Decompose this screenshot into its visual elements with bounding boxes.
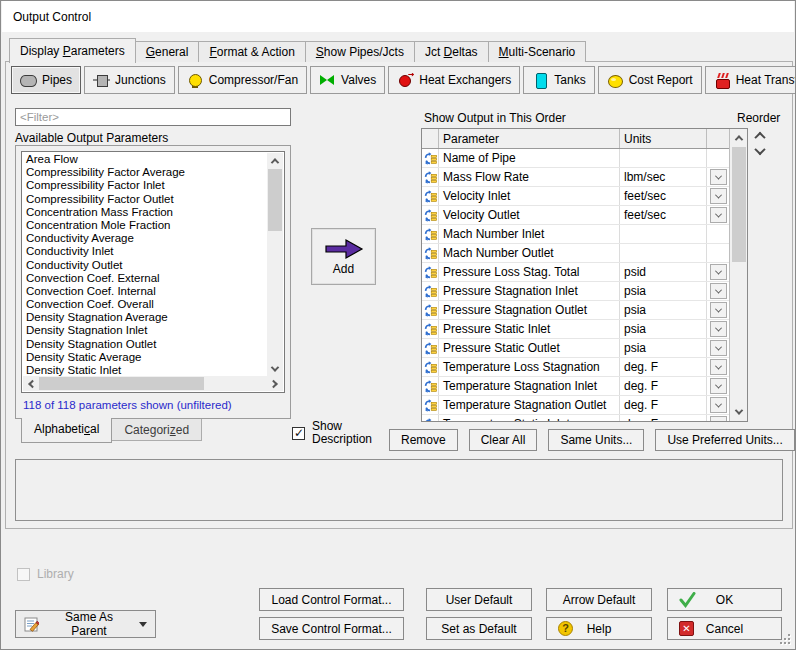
parameter-list-item[interactable]: Density Stagnation Outlet: [23, 338, 267, 351]
table-row[interactable]: Velocity Inlet feet/sec: [422, 187, 729, 206]
parameter-list-item[interactable]: Compressibility Factor Average: [23, 166, 267, 179]
scroll-right-button[interactable]: [267, 376, 283, 391]
tab-label-post: al: [90, 422, 99, 436]
heat-transfer-icon: [714, 73, 731, 88]
table-row[interactable]: Pressure Loss Stag. Total psid: [422, 263, 729, 282]
list-vertical-scrollbar[interactable]: [267, 153, 283, 376]
scroll-down-button[interactable]: [267, 361, 283, 376]
main-tab[interactable]: General: [135, 41, 200, 62]
scroll-up-button[interactable]: [731, 130, 747, 146]
units-dropdown-button[interactable]: [710, 340, 727, 356]
table-row[interactable]: Temperature Loss Stagnation deg. F: [422, 358, 729, 377]
cancel-label: Cancel: [706, 622, 743, 636]
units-dropdown-button[interactable]: [710, 416, 727, 422]
table-row[interactable]: Temperature Static Inlet deg. F: [422, 415, 729, 422]
parameter-list-item[interactable]: Conductivity Inlet: [23, 245, 267, 258]
parameter-list-item[interactable]: Concentration Mole Fraction: [23, 219, 267, 232]
reorder-down-button[interactable]: [754, 144, 765, 155]
scroll-up-button[interactable]: [267, 153, 283, 168]
table-row[interactable]: Pressure Stagnation Inlet psia: [422, 282, 729, 301]
toolbar-button[interactable]: Pipes: [11, 66, 81, 94]
toolbar-button[interactable]: Valves: [310, 66, 385, 94]
list-horizontal-scrollbar[interactable]: [23, 376, 283, 391]
scrollbar-thumb[interactable]: [39, 377, 204, 390]
parameter-list-item[interactable]: Concentration Mass Fraction: [23, 206, 267, 219]
toolbar-button[interactable]: Cost Report: [598, 66, 702, 94]
same-as-parent-button[interactable]: Same As Parent: [15, 610, 156, 638]
parameter-list-item[interactable]: Density Stagnation Inlet: [23, 324, 267, 337]
scroll-left-button[interactable]: [23, 376, 39, 391]
view-tab[interactable]: Alphabetical: [21, 418, 112, 443]
table-row[interactable]: Pressure Static Inlet psia: [422, 320, 729, 339]
units-dropdown-button[interactable]: [710, 169, 727, 185]
set-as-default-button[interactable]: Set as Default: [426, 617, 532, 640]
units-dropdown-button[interactable]: [710, 207, 727, 223]
column-header-units[interactable]: Units: [620, 129, 707, 148]
main-tab[interactable]: Format & Action: [198, 41, 305, 62]
user-default-button[interactable]: User Default: [426, 588, 532, 611]
table-vertical-scrollbar[interactable]: [729, 129, 747, 421]
units-dropdown-button[interactable]: [710, 321, 727, 337]
table-row[interactable]: Mass Flow Rate lbm/sec: [422, 168, 729, 187]
table-row[interactable]: Pressure Static Outlet psia: [422, 339, 729, 358]
filter-input[interactable]: [15, 108, 291, 126]
units-dropdown-button[interactable]: [710, 397, 727, 413]
order-action-button[interactable]: Remove: [389, 429, 458, 451]
help-button[interactable]: ? Help: [546, 617, 652, 640]
scrollbar-thumb[interactable]: [732, 147, 746, 262]
save-control-format-button[interactable]: Save Control Format...: [259, 617, 404, 640]
column-header-parameter[interactable]: Parameter: [439, 129, 620, 148]
view-tab[interactable]: Categorized: [111, 419, 202, 441]
toolbar-button-label: Tanks: [554, 73, 585, 87]
table-row[interactable]: Velocity Outlet feet/sec: [422, 206, 729, 225]
table-row[interactable]: Temperature Stagnation Inlet deg. F: [422, 377, 729, 396]
parameter-list-item[interactable]: Conductivity Average: [23, 232, 267, 245]
main-tab[interactable]: Show Pipes/Jcts: [305, 41, 415, 62]
toolbar-button-label: Valves: [341, 73, 376, 87]
main-tab[interactable]: Jct Deltas: [414, 41, 489, 62]
table-row[interactable]: Mach Number Inlet: [422, 225, 729, 244]
units-dropdown-button[interactable]: [710, 302, 727, 318]
load-control-format-button[interactable]: Load Control Format...: [259, 588, 404, 611]
ok-button[interactable]: OK: [667, 588, 782, 611]
main-tab[interactable]: Multi-Scenario: [488, 41, 587, 62]
parameter-list-item[interactable]: Conductivity Outlet: [23, 259, 267, 272]
table-row[interactable]: Name of Pipe: [422, 149, 729, 168]
reorder-up-button[interactable]: [754, 132, 765, 143]
toolbar-button[interactable]: Heat Exchangers: [388, 66, 520, 94]
order-action-button[interactable]: Use Preferred Units...: [655, 429, 794, 451]
table-row[interactable]: Mach Number Outlet: [422, 244, 729, 263]
cancel-button[interactable]: ✕ Cancel: [667, 617, 782, 640]
units-dropdown-button[interactable]: [710, 378, 727, 394]
toolbar-button[interactable]: Compressor/Fan: [178, 66, 307, 94]
parameter-list-item[interactable]: Convection Coef. External: [23, 272, 267, 285]
units-dropdown-button[interactable]: [710, 359, 727, 375]
parameter-list-item[interactable]: Convection Coef. Overall: [23, 298, 267, 311]
scrollbar-thumb[interactable]: [268, 169, 282, 231]
order-action-button[interactable]: Clear All: [469, 429, 538, 451]
toolbar-button[interactable]: Heat Transfer: [705, 66, 796, 94]
table-row[interactable]: Temperature Stagnation Outlet deg. F: [422, 396, 729, 415]
units-dropdown-button[interactable]: [710, 264, 727, 280]
parameter-list-item[interactable]: Density Static Inlet: [23, 364, 267, 376]
order-action-button[interactable]: Same Units...: [548, 429, 644, 451]
units-dropdown-button[interactable]: [710, 188, 727, 204]
parameter-list-item[interactable]: Density Static Average: [23, 351, 267, 364]
resize-grip[interactable]: [780, 634, 790, 644]
cell-units: feet/sec: [620, 206, 707, 224]
toolbar-button[interactable]: Tanks: [523, 66, 594, 94]
parameter-list-item[interactable]: Area Flow: [23, 153, 267, 166]
show-description-checkbox[interactable]: [292, 427, 305, 440]
parameter-list-item[interactable]: Compressibility Factor Outlet: [23, 193, 267, 206]
table-row[interactable]: Pressure Stagnation Outlet psia: [422, 301, 729, 320]
add-button[interactable]: Add: [311, 228, 376, 285]
parameter-list-item[interactable]: Density Stagnation Average: [23, 311, 267, 324]
cell-units: deg. F: [620, 415, 707, 422]
main-tab[interactable]: Display Parameters: [9, 38, 136, 63]
units-dropdown-button[interactable]: [710, 283, 727, 299]
parameter-list-item[interactable]: Compressibility Factor Inlet: [23, 179, 267, 192]
parameter-list-item[interactable]: Convection Coef. Internal: [23, 285, 267, 298]
arrow-default-button[interactable]: Arrow Default: [546, 588, 652, 611]
scroll-down-button[interactable]: [731, 404, 747, 420]
toolbar-button[interactable]: Junctions: [84, 66, 175, 94]
